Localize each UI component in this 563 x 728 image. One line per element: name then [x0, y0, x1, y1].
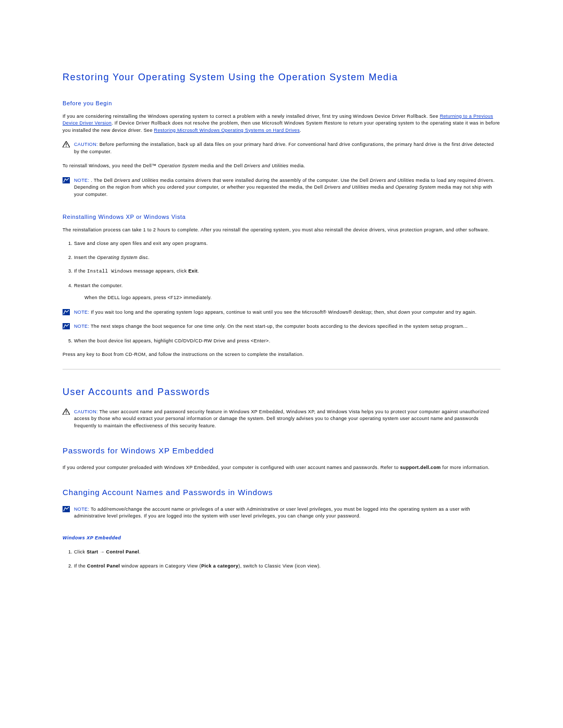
divider [63, 369, 500, 369]
note-label: NOTE: [74, 310, 89, 315]
note-label: NOTE: [74, 178, 89, 183]
subheading-reinstalling: Reinstalling Windows XP or Windows Vista [63, 213, 500, 221]
caution-security: CAUTION: The user account name and passw… [63, 409, 500, 430]
text: Drivers and Utilities [324, 184, 369, 190]
text: Pick a category [201, 563, 238, 569]
link-restoring-ms[interactable]: Restoring Microsoft Windows Operating Sy… [154, 128, 300, 133]
svg-rect-9 [63, 506, 70, 512]
text: If you ordered your computer preloaded w… [63, 465, 400, 470]
text: Operation System [158, 163, 199, 168]
text: . The Dell [89, 178, 114, 183]
heading-changing-accounts: Changing Account Names and Passwords in … [63, 487, 500, 499]
heading-restoring-os: Restoring Your Operating System Using th… [63, 70, 500, 84]
text: Control Panel [106, 549, 139, 554]
note-boot-sequence: NOTE: The next steps change the boot seq… [63, 323, 500, 330]
text: Start [87, 549, 98, 554]
note-label: NOTE: [74, 324, 89, 329]
step-3: If the Install Windows message appears, … [74, 268, 500, 276]
note-drivers-utilities: NOTE: . The Dell Drivers and Utilities m… [63, 177, 500, 199]
note-privileges: NOTE: To add/remove/change the account n… [63, 506, 500, 520]
note-text: The next steps change the boot sequence … [89, 324, 468, 329]
note-wait-too-long: NOTE: If you wait too long and the opera… [63, 309, 500, 316]
xpe-step-2: If the Control Panel window appears in C… [74, 563, 500, 570]
text: Insert the [74, 255, 97, 260]
text: ), switch to Classic View (icon view). [238, 563, 321, 569]
paragraph-before-begin: If you are considering reinstalling the … [63, 113, 500, 134]
note-label: NOTE: [74, 507, 89, 512]
svg-rect-5 [63, 323, 70, 329]
text: support.dell.com [400, 465, 440, 470]
note-text: If you wait too long and the operating s… [89, 310, 476, 315]
note-icon [63, 506, 70, 512]
step-4: Restart the computer. When the DELL logo… [74, 282, 500, 302]
text: media contains drivers that were install… [158, 178, 370, 183]
reinstall-steps: Save and close any open files and exit a… [74, 240, 500, 302]
text: disc. [138, 255, 150, 260]
text: To reinstall Windows, you need the Dell™ [63, 163, 158, 168]
text: . [198, 268, 199, 274]
text: Operating System [97, 255, 138, 260]
text: Drivers and Utilities [114, 178, 158, 183]
paragraph-reinstall-media: To reinstall Windows, you need the Dell™… [63, 163, 500, 170]
subheading-before-begin: Before you Begin [63, 99, 500, 108]
text: Drivers and Utilities [370, 178, 414, 183]
text: Operating System [395, 184, 436, 190]
text: If you are considering reinstalling the … [63, 114, 440, 119]
text: window appears in Category View ( [120, 563, 201, 569]
text: Install Windows [87, 269, 132, 274]
svg-rect-4 [63, 309, 70, 315]
xpe-steps: Click Start → Control Panel. If the Cont… [74, 549, 500, 570]
step-2: Insert the Operating System disc. [74, 254, 500, 262]
svg-point-2 [66, 146, 67, 147]
text: If the [74, 563, 87, 569]
reinstall-steps-cont: When the boot device list appears, highl… [74, 338, 500, 345]
note-icon [63, 323, 70, 329]
step-1: Save and close any open files and exit a… [74, 240, 500, 248]
text: message appears, click [132, 268, 188, 274]
paragraph-reinstall-process: The reinstallation process can take 1 to… [63, 227, 500, 234]
caution-icon [63, 141, 70, 147]
text: Click [74, 549, 87, 554]
caution-label: CAUTION: [74, 142, 98, 147]
text: Exit [188, 268, 198, 274]
caution-backup: CAUTION: Before performing the installat… [63, 141, 500, 155]
text: Drivers and Utilities [244, 163, 288, 168]
heading-user-accounts: User Accounts and Passwords [63, 385, 500, 399]
text: Control Panel [87, 563, 120, 569]
text: → [98, 549, 106, 554]
text: for more information. [441, 465, 489, 470]
caution-text: The user account name and password secur… [74, 409, 489, 428]
svg-point-8 [66, 413, 67, 414]
note-icon [63, 177, 70, 183]
note-icon [63, 309, 70, 315]
paragraph-press-any-key: Press any key to Boot from CD-ROM, and f… [63, 351, 500, 359]
step-4-sub: When the DELL logo appears, press <F12> … [84, 294, 500, 302]
caution-text: Before performing the installation, back… [74, 142, 494, 154]
svg-rect-3 [63, 177, 70, 183]
caution-icon [63, 409, 70, 415]
paragraph-xpe: If you ordered your computer preloaded w… [63, 464, 500, 472]
step-5: When the boot device list appears, highl… [74, 338, 500, 345]
note-text: To add/remove/change the account name or… [74, 507, 470, 519]
subheading-windows-xpe: Windows XP Embedded [63, 535, 500, 542]
heading-passwords-xpe: Passwords for Windows XP Embedded [63, 445, 500, 457]
text: media. [288, 163, 305, 168]
caution-label: CAUTION: [74, 409, 98, 414]
text: If the [74, 268, 87, 274]
text: . [300, 128, 301, 133]
text: . [139, 549, 141, 554]
xpe-step-1: Click Start → Control Panel. [74, 549, 500, 556]
text: media and [369, 184, 395, 190]
text: media and the Dell [199, 163, 244, 168]
text: Restart the computer. [74, 283, 123, 288]
